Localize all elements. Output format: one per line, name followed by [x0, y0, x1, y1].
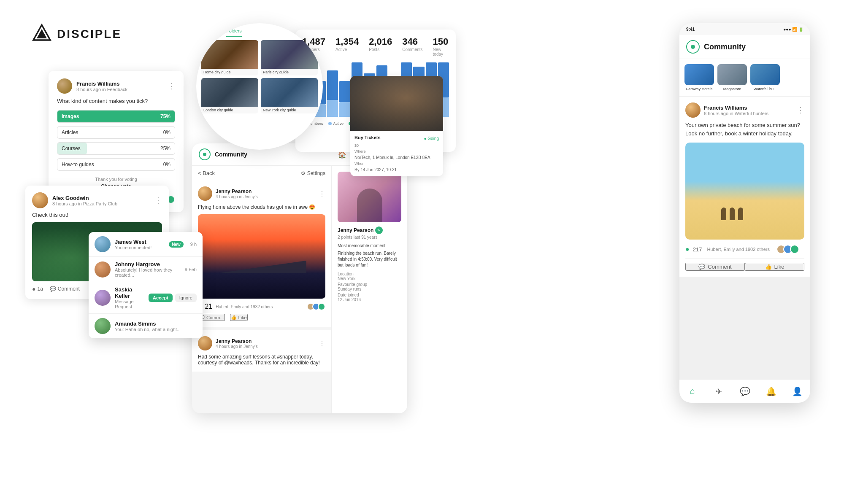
mobile-logo-circle [686, 40, 700, 54]
ignore-button[interactable]: Ignore [175, 294, 197, 302]
mobile-post-image [685, 143, 804, 240]
poll-option-articles-label: Articles0% [62, 129, 170, 135]
event-buy-tickets[interactable]: Buy Tickets [354, 135, 381, 140]
reaction-emoji: ● [32, 286, 35, 292]
tablet-post2-avatar [198, 336, 212, 350]
mobile-status-bar: 9:41 ●●● 📶 🔋 [679, 23, 810, 35]
poll-avatar [57, 78, 72, 94]
tablet-reaction-avatars [307, 303, 325, 310]
poll-header: Francis Williams 8 hours ago in Feedback… [57, 78, 175, 94]
stat-150-label: New today [433, 47, 449, 57]
profile-points: 2 points last 91 years [338, 235, 401, 240]
stat-2016-value: 2,016 [369, 36, 392, 47]
beach-photo [685, 143, 804, 240]
folder-paris[interactable]: Paris city guide [261, 40, 318, 75]
profile-edit-icon[interactable]: ✎ [375, 226, 383, 234]
conn-avatar-james [95, 236, 111, 252]
poll-option-courses[interactable]: Courses25% [57, 142, 175, 155]
event-image [350, 76, 443, 131]
folder-rome[interactable]: Rome city guide [201, 40, 258, 75]
profile-photo [338, 172, 401, 222]
conn-sub-saskia: Message Request [115, 299, 144, 309]
mobile-nav-bell[interactable]: 🔔 [758, 386, 784, 396]
conn-avatar-saskia [95, 290, 111, 306]
tablet-settings-button[interactable]: ⚙ Settings [301, 170, 325, 176]
conn-sub-johnny: Absolutely! I loved how they created... [115, 267, 181, 278]
legend-active: Active [328, 121, 344, 126]
mobile-mini-av3 [790, 245, 799, 254]
tablet-like-button[interactable]: 👍 Like [230, 314, 248, 321]
conn-date-johnny: 9 Feb [185, 267, 197, 272]
tablet-content: < Back ⚙ Settings Jenny Pearson 4 hours … [192, 166, 407, 413]
conn-avatar-amanda [95, 318, 111, 334]
mobile-bottom-nav: ⌂ ✈ 💬 🔔 👤 [679, 379, 810, 403]
poll-question: What kind of content makes you tick? [57, 98, 175, 104]
profile-bio-title: Most memorable moment [338, 243, 401, 249]
conn-actions-saskia: Accept Ignore [149, 294, 197, 302]
conn-sub-amanda: You: Haha oh no, what a night... [115, 327, 197, 332]
mobile-nav-chat[interactable]: 💬 [732, 386, 758, 396]
chart-bar-4 [339, 62, 350, 117]
tab-folders[interactable]: Folders [226, 28, 242, 37]
tablet-profile-panel: Jenny Pearson ✎ 2 points last 91 years M… [331, 166, 407, 413]
post-text: Check this out! [32, 212, 162, 218]
mobile-comment-button[interactable]: 💬 Comment [685, 263, 745, 271]
legend-dot-active [328, 122, 332, 125]
accept-button[interactable]: Accept [149, 294, 173, 302]
comment-button[interactable]: 💬 Comment [50, 286, 80, 292]
mobile-nav-explore[interactable]: ✈ [706, 386, 732, 396]
stat-150-value: 150 [433, 36, 449, 47]
conn-avatar-johnny [95, 261, 111, 278]
profile-icon: 👤 [792, 386, 803, 396]
mobile-like-button[interactable]: 👍 Like [745, 263, 804, 271]
chat-icon: 💬 [740, 386, 750, 396]
event-going: ● Going [424, 136, 439, 141]
mobile-nav-profile[interactable]: 👤 [784, 386, 810, 396]
tablet-back-button[interactable]: < Back [198, 170, 215, 176]
profile-joined-label: Date joined [338, 293, 359, 297]
mobile-comment-icon: 💬 [698, 264, 705, 270]
folder-london[interactable]: London city guide [201, 78, 258, 113]
folder-ny[interactable]: New York city guide [261, 78, 318, 113]
beach-person-3 [738, 208, 743, 220]
profile-location: Location New York [338, 272, 401, 281]
post-reaction: ● 1a [32, 286, 43, 292]
mobile-post-user-info: Francis Williams 8 hours ago in Waterful… [704, 105, 768, 116]
mobile-nav-home[interactable]: ⌂ [679, 386, 706, 396]
story-megastore[interactable]: Megastore [717, 64, 747, 91]
post-avatar [32, 192, 48, 208]
profile-favourite: Favourite group Sunday runs [338, 282, 401, 291]
tablet-post2-header: Jenny Pearson 4 hours ago in Jenny's ⋮ [198, 336, 325, 350]
mobile-community-name: Community [704, 43, 746, 51]
stat-346-label: Comments [402, 47, 422, 52]
folder-london-label: London city guide [201, 107, 258, 113]
post-menu-icon[interactable]: ⋮ [154, 196, 162, 205]
mobile-like-icon: 👍 [765, 264, 772, 270]
poll-option-images[interactable]: Images75% [57, 110, 175, 123]
poll-option-howto[interactable]: How-to guides0% [57, 158, 175, 171]
story-faraway[interactable]: Faraway Hotels [684, 64, 714, 91]
story-waterfall[interactable]: Waterfall hu... [750, 64, 780, 91]
mobile-post: Francis Williams 8 hours ago in Waterful… [679, 97, 810, 277]
mobile-reaction-avatars [776, 245, 799, 254]
post-user-time: 8 hours ago in Pizza Party Club [52, 201, 117, 206]
conn-name-james: James West [115, 239, 165, 245]
tablet-like-label: Like [238, 315, 247, 320]
tablet-av3 [318, 303, 325, 310]
tab-general[interactable]: General [203, 28, 219, 37]
tablet-post2-menu[interactable]: ⋮ [319, 340, 325, 348]
person-silhouette [357, 189, 382, 222]
event-when-label: When [354, 162, 439, 166]
poll-option-images-label: Images75% [62, 113, 170, 119]
tablet-post1-menu[interactable]: ⋮ [319, 190, 325, 198]
mobile-status-icons: ●●● 📶 🔋 [783, 27, 803, 32]
poll-option-articles[interactable]: Articles0% [57, 126, 175, 139]
stat-150: 150 New today [433, 36, 449, 57]
tablet-post1-image [198, 214, 325, 299]
event-where-value: NorTech, 1 Monux ln, London E12B 8EA [354, 155, 439, 160]
poll-meta: Francis Williams 8 hours ago in Feedback [76, 81, 163, 92]
story-thumb-waterfall [750, 64, 780, 85]
legend-active-label: Active [333, 121, 344, 126]
poll-menu-icon[interactable]: ⋮ [168, 81, 175, 91]
mobile-post-menu[interactable]: ⋮ [797, 105, 804, 115]
